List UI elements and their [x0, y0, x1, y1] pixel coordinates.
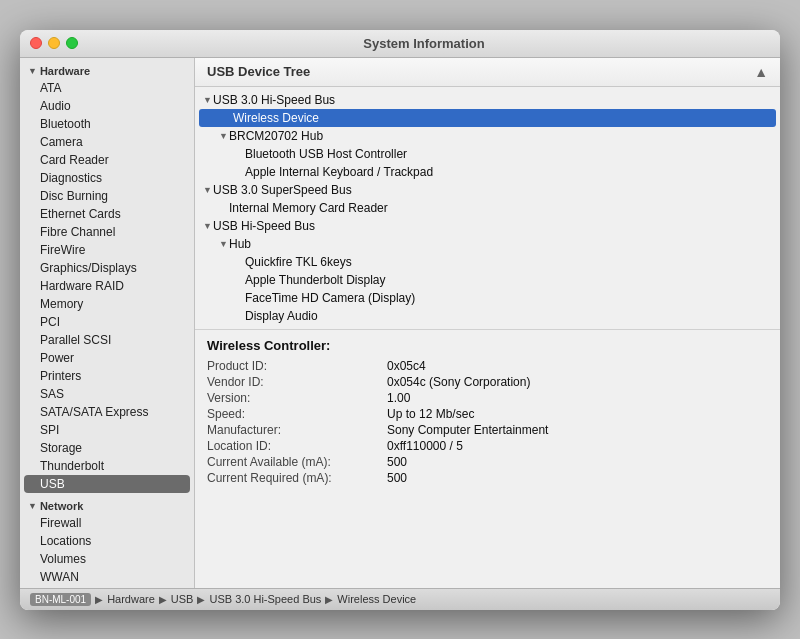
sidebar-item-thunderbolt[interactable]: Thunderbolt: [20, 457, 194, 475]
main-body: ▼USB 3.0 Hi-Speed BusWireless Device▼BRC…: [195, 87, 780, 588]
titlebar: System Information: [20, 30, 780, 58]
close-button[interactable]: [30, 37, 42, 49]
sidebar-item-wwan[interactable]: WWAN: [20, 568, 194, 586]
detail-title: Wireless Controller:: [207, 338, 768, 353]
detail-value-7: 500: [387, 471, 407, 485]
detail-value-6: 500: [387, 455, 407, 469]
tree-label-12: Display Audio: [245, 309, 318, 323]
sidebar-item-power[interactable]: Power: [20, 349, 194, 367]
section-arrow-0: ▼: [28, 66, 37, 76]
sidebar-item-camera[interactable]: Camera: [20, 133, 194, 151]
tree-label-11: FaceTime HD Camera (Display): [245, 291, 415, 305]
tree-triangle-0: ▼: [203, 95, 213, 105]
tree-item-6[interactable]: Internal Memory Card Reader: [195, 199, 780, 217]
sidebar-item-card-reader[interactable]: Card Reader: [20, 151, 194, 169]
detail-row-2: Version:1.00: [207, 391, 768, 405]
sidebar-item-fibre-channel[interactable]: Fibre Channel: [20, 223, 194, 241]
tree-label-1: Wireless Device: [233, 111, 319, 125]
tree-item-11[interactable]: FaceTime HD Camera (Display): [195, 289, 780, 307]
sidebar-item-volumes[interactable]: Volumes: [20, 550, 194, 568]
traffic-lights: [30, 37, 78, 49]
sidebar-item-firewire[interactable]: FireWire: [20, 241, 194, 259]
breadcrumb-item-3: Wireless Device: [337, 593, 416, 605]
detail-label-7: Current Required (mA):: [207, 471, 387, 485]
tree-label-8: Hub: [229, 237, 251, 251]
main-header-title: USB Device Tree: [207, 64, 310, 79]
sidebar-item-disc-burning[interactable]: Disc Burning: [20, 187, 194, 205]
sidebar-section-header-0[interactable]: ▼ Hardware: [20, 62, 194, 79]
collapse-icon[interactable]: ▲: [754, 64, 768, 80]
breadcrumb-separator-3: ▶: [325, 594, 333, 605]
breadcrumb-separator-2: ▶: [197, 594, 205, 605]
detail-value-1: 0x054c (Sony Corporation): [387, 375, 530, 389]
sidebar-item-storage[interactable]: Storage: [20, 439, 194, 457]
statusbar: BN-ML-001 ▶ Hardware ▶ USB ▶ USB 3.0 Hi-…: [20, 588, 780, 610]
sidebar-item-sas[interactable]: SAS: [20, 385, 194, 403]
sidebar-item-memory[interactable]: Memory: [20, 295, 194, 313]
tree-label-10: Apple Thunderbolt Display: [245, 273, 386, 287]
sidebar-item-spi[interactable]: SPI: [20, 421, 194, 439]
tree-label-9: Quickfire TKL 6keys: [245, 255, 352, 269]
main-panel: USB Device Tree ▲ ▼USB 3.0 Hi-Speed BusW…: [195, 58, 780, 588]
sidebar-item-ethernet-cards[interactable]: Ethernet Cards: [20, 205, 194, 223]
detail-label-6: Current Available (mA):: [207, 455, 387, 469]
sidebar-item-sata-sata-express[interactable]: SATA/SATA Express: [20, 403, 194, 421]
sidebar-item-locations[interactable]: Locations: [20, 532, 194, 550]
content-area: ▼ HardwareATAAudioBluetoothCameraCard Re…: [20, 58, 780, 588]
tree-item-12[interactable]: Display Audio: [195, 307, 780, 325]
sidebar-item-parallel-scsi[interactable]: Parallel SCSI: [20, 331, 194, 349]
section-arrow-1: ▼: [28, 501, 37, 511]
main-header: USB Device Tree ▲: [195, 58, 780, 87]
tree-label-0: USB 3.0 Hi-Speed Bus: [213, 93, 335, 107]
tree-item-0[interactable]: ▼USB 3.0 Hi-Speed Bus: [195, 91, 780, 109]
sidebar-item-graphics-displays[interactable]: Graphics/Displays: [20, 259, 194, 277]
tree-item-10[interactable]: Apple Thunderbolt Display: [195, 271, 780, 289]
tree-item-9[interactable]: Quickfire TKL 6keys: [195, 253, 780, 271]
detail-value-3: Up to 12 Mb/sec: [387, 407, 474, 421]
detail-row-6: Current Available (mA):500: [207, 455, 768, 469]
detail-label-2: Version:: [207, 391, 387, 405]
detail-value-0: 0x05c4: [387, 359, 426, 373]
tree-label-7: USB Hi-Speed Bus: [213, 219, 315, 233]
sidebar-item-bluetooth[interactable]: Bluetooth: [20, 115, 194, 133]
sidebar-item-pci[interactable]: PCI: [20, 313, 194, 331]
sidebar-item-audio[interactable]: Audio: [20, 97, 194, 115]
tree-item-2[interactable]: ▼BRCM20702 Hub: [195, 127, 780, 145]
sidebar-item-usb[interactable]: USB: [24, 475, 190, 493]
sidebar-item-ata[interactable]: ATA: [20, 79, 194, 97]
detail-label-3: Speed:: [207, 407, 387, 421]
tree-triangle-7: ▼: [203, 221, 213, 231]
tree-item-3[interactable]: Bluetooth USB Host Controller: [195, 145, 780, 163]
statusbar-chip: BN-ML-001: [30, 593, 91, 606]
minimize-button[interactable]: [48, 37, 60, 49]
breadcrumb-item-1: USB: [171, 593, 194, 605]
sidebar-item-hardware-raid[interactable]: Hardware RAID: [20, 277, 194, 295]
detail-value-4: Sony Computer Entertainment: [387, 423, 548, 437]
breadcrumb-separator-0: ▶: [95, 594, 103, 605]
breadcrumb-item-2: USB 3.0 Hi-Speed Bus: [209, 593, 321, 605]
detail-value-5: 0xff110000 / 5: [387, 439, 463, 453]
sidebar-section-header-1[interactable]: ▼ Network: [20, 497, 194, 514]
tree-item-7[interactable]: ▼USB Hi-Speed Bus: [195, 217, 780, 235]
detail-value-2: 1.00: [387, 391, 410, 405]
detail-row-1: Vendor ID:0x054c (Sony Corporation): [207, 375, 768, 389]
breadcrumb-item-0: Hardware: [107, 593, 155, 605]
breadcrumb-separator-1: ▶: [159, 594, 167, 605]
tree-triangle-5: ▼: [203, 185, 213, 195]
tree-item-8[interactable]: ▼Hub: [195, 235, 780, 253]
tree-item-5[interactable]: ▼USB 3.0 SuperSpeed Bus: [195, 181, 780, 199]
maximize-button[interactable]: [66, 37, 78, 49]
sidebar-section-hardware: ▼ HardwareATAAudioBluetoothCameraCard Re…: [20, 62, 194, 493]
detail-area: Wireless Controller: Product ID:0x05c4Ve…: [195, 329, 780, 495]
sidebar-item-firewall[interactable]: Firewall: [20, 514, 194, 532]
tree-area: ▼USB 3.0 Hi-Speed BusWireless Device▼BRC…: [195, 87, 780, 329]
tree-label-2: BRCM20702 Hub: [229, 129, 323, 143]
sidebar-item-printers[interactable]: Printers: [20, 367, 194, 385]
detail-row-7: Current Required (mA):500: [207, 471, 768, 485]
detail-row-3: Speed:Up to 12 Mb/sec: [207, 407, 768, 421]
sidebar: ▼ HardwareATAAudioBluetoothCameraCard Re…: [20, 58, 195, 588]
sidebar-item-diagnostics[interactable]: Diagnostics: [20, 169, 194, 187]
detail-label-1: Vendor ID:: [207, 375, 387, 389]
tree-item-4[interactable]: Apple Internal Keyboard / Trackpad: [195, 163, 780, 181]
tree-item-1[interactable]: Wireless Device: [199, 109, 776, 127]
